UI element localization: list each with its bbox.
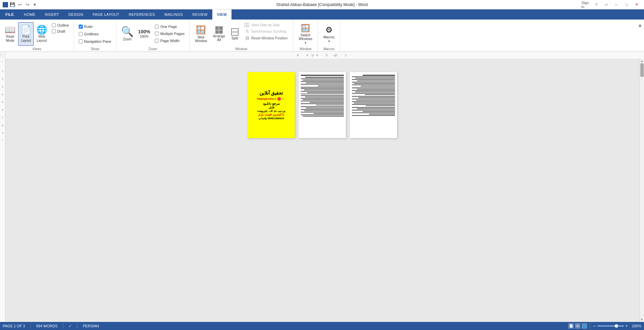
zoom-thumb[interactable]	[615, 324, 618, 328]
p2-line-15	[301, 95, 344, 96]
macros-items: ⚙ Macros ▾	[321, 22, 337, 46]
zoom-100-button[interactable]: 100% 100%	[136, 22, 152, 46]
multiple-pages-checkbox[interactable]	[155, 32, 159, 36]
p2-line-30	[303, 116, 344, 117]
arrange-all-button[interactable]: ArrangeAll	[210, 22, 228, 46]
views-items: 📖 ReadMode 📄 PrintLayout 🌐 WebLayout Out…	[3, 22, 71, 46]
zoom-control: ─ +	[593, 324, 628, 328]
maximize-button[interactable]: □	[622, 0, 631, 9]
scroll-down-button[interactable]: ▼	[640, 318, 643, 321]
ad-content-lines: مرجع دانلـود فایل ورد-پی دی اف - پاورپوی…	[257, 102, 285, 116]
p3-line-16	[352, 96, 395, 97]
arrange-all-label: ArrangeAll	[213, 34, 225, 42]
minimize-button[interactable]: ─	[612, 0, 621, 9]
sync-scrolling-button[interactable]: ⇅ Synchronous Scrolling	[243, 28, 289, 34]
draft-checkbox-label[interactable]: Draft	[50, 28, 71, 34]
p3-line-14	[352, 93, 395, 94]
read-mode-button[interactable]: 📖 ReadMode	[3, 22, 17, 46]
macros-icon: ⚙	[325, 25, 333, 35]
ribbon-collapse-button[interactable]: ▲	[637, 22, 643, 28]
switch-windows-icon: 🪟	[301, 24, 310, 33]
draft-checkbox[interactable]	[52, 29, 56, 33]
ribbon-display-button[interactable]: ▱	[602, 0, 611, 9]
print-view-icon[interactable]: 📄	[568, 323, 574, 329]
tab-references[interactable]: REFERENCES	[124, 9, 160, 20]
tab-design[interactable]: DESIGN	[64, 9, 88, 20]
gridlines-checkbox[interactable]	[79, 32, 83, 36]
gridlines-checkbox-label[interactable]: Gridlines	[77, 31, 101, 37]
one-page-label[interactable]: One Page	[153, 24, 186, 30]
tab-insert[interactable]: INSERT	[40, 9, 64, 20]
p2-line-12	[301, 91, 344, 92]
nav-pane-checkbox[interactable]	[79, 39, 83, 43]
macros-dropdown-arrow: ▾	[328, 40, 330, 43]
scroll-up-button[interactable]: ▲	[640, 59, 643, 63]
arrange-all-icon	[215, 26, 223, 34]
zoom-out-button[interactable]: ─	[593, 324, 596, 328]
p3-line-18	[352, 99, 395, 99]
reset-window-button[interactable]: ⊡ Reset Window Position	[243, 35, 289, 41]
p2-line-3	[301, 78, 344, 79]
tab-review[interactable]: REVIEW	[188, 9, 212, 20]
status-sep-3	[77, 323, 77, 329]
ruler-checkbox[interactable]	[79, 25, 83, 29]
macros-button[interactable]: ⚙ Macros ▾	[321, 22, 337, 46]
p2-line-25	[301, 109, 344, 110]
redo-button[interactable]: ↪	[24, 2, 30, 8]
view-side-by-side-button[interactable]: View Side by Side	[243, 22, 289, 28]
reset-window-icon: ⊡	[245, 36, 250, 40]
split-button[interactable]: Split	[228, 22, 241, 46]
p2-line-23	[301, 106, 344, 107]
language: PERSIAN	[83, 324, 99, 328]
scroll-thumb[interactable]	[640, 63, 644, 77]
nav-pane-checkbox-label[interactable]: Navigation Pane	[77, 38, 113, 44]
title-bar-left: 💾 ↩ ↪ ▾	[3, 2, 38, 8]
ad-title: تحقیق آنلاین	[259, 90, 283, 96]
undo-button[interactable]: ↩	[17, 2, 23, 8]
customize-qa-button[interactable]: ▾	[32, 2, 38, 8]
group-switch-windows: 🪟 SwitchWindows ▾ Window	[293, 21, 318, 52]
tab-view[interactable]: VIEW	[212, 9, 231, 20]
page-width-label[interactable]: Page Width	[153, 38, 186, 44]
outline-checkbox-label[interactable]: Outline	[50, 22, 71, 28]
web-layout-button[interactable]: 🌐 WebLayout	[34, 22, 49, 46]
full-screen-icon[interactable]: ⊟	[575, 323, 580, 329]
ad-site: Tahghighonline.ir	[257, 98, 276, 100]
ruler-handle-right[interactable]: ◁	[333, 54, 337, 57]
new-window-button[interactable]: 🪟 NewWindow	[192, 22, 210, 46]
p2-line-6	[306, 82, 344, 83]
document-area[interactable]: تحقیق آنلاین Tahghighonline.ir 🔴 ← مرجع …	[5, 59, 639, 322]
vertical-scrollbar[interactable]: ▲ ▼	[639, 59, 644, 322]
p3-line-4	[352, 79, 395, 80]
p2-line-24	[306, 108, 344, 108]
one-page-checkbox[interactable]	[155, 25, 159, 29]
tab-home[interactable]: HOME	[19, 9, 40, 20]
switch-windows-items: 🪟 SwitchWindows ▾	[296, 22, 315, 46]
ruler-checkbox-label[interactable]: Ruler	[77, 24, 95, 30]
group-show: Ruler Gridlines Navigation Pane Show	[74, 21, 116, 52]
ad-line-4: با کمترین قیمت بازار	[258, 113, 285, 116]
save-button[interactable]: 💾	[9, 2, 15, 8]
print-layout-button[interactable]: 📄 PrintLayout	[18, 22, 34, 46]
vertical-ruler: ─ 1 2 3 4 5 6 7 8 9 ─	[0, 59, 5, 322]
zoom-percentage[interactable]: 200%	[631, 324, 641, 328]
switch-windows-button[interactable]: 🪟 SwitchWindows ▾	[296, 22, 315, 46]
gridlines-label: Gridlines	[84, 32, 99, 36]
close-button[interactable]: ✕	[632, 0, 641, 9]
web-view-icon[interactable]: 🌐	[582, 323, 587, 329]
zoom-track[interactable]	[597, 325, 624, 327]
ruler-handle-left[interactable]: ▷	[312, 54, 316, 57]
zoom-button[interactable]: 🔍 Zoom	[119, 22, 136, 46]
page-width-checkbox[interactable]	[155, 39, 159, 43]
tab-page-layout[interactable]: PAGE LAYOUT	[88, 9, 124, 20]
outline-checkbox[interactable]	[52, 23, 56, 27]
sign-in-button[interactable]: Sign in	[581, 0, 591, 9]
page-3	[350, 72, 397, 138]
tab-mailings[interactable]: MAILINGS	[160, 9, 188, 20]
tab-file[interactable]: FILE	[0, 9, 19, 20]
multiple-pages-label[interactable]: Multiple Pages	[153, 31, 186, 37]
page-1-content: تحقیق آنلاین Tahghighonline.ir 🔴 ← مرجع …	[248, 72, 295, 138]
zoom-in-button[interactable]: +	[625, 324, 628, 328]
help-button[interactable]: ?	[592, 0, 601, 9]
p3-line-8	[352, 85, 395, 85]
